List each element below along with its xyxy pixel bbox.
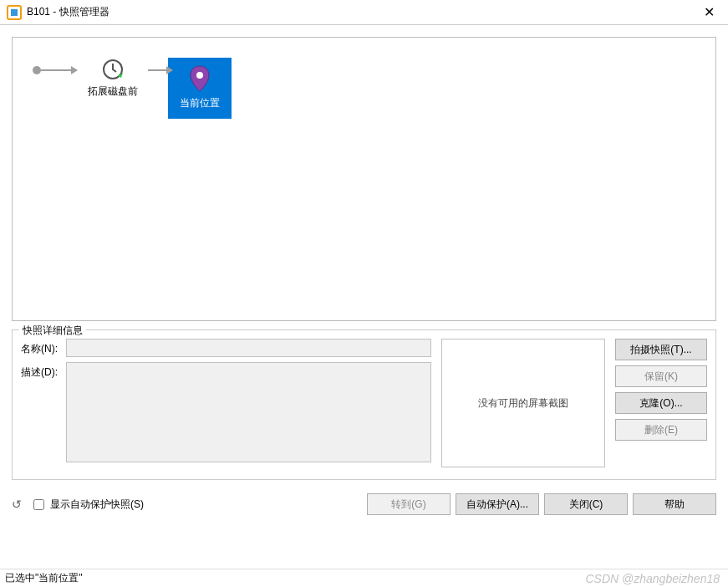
location-pin-icon [189,64,211,93]
content-area: 拓展磁盘前 当前位置 快照详细信息 名称(N): 描述(D): [0,25,728,557]
goto-button: 转到(G) [367,493,451,515]
snapshot-tree[interactable]: 拓展磁盘前 当前位置 [12,37,716,321]
window-title: B101 - 快照管理器 [27,5,696,19]
take-snapshot-button[interactable]: 拍摄快照(T)... [615,339,707,360]
status-text: 已选中"当前位置" [5,571,83,585]
snapshot-node[interactable]: 拓展磁盘前 [81,58,145,99]
close-icon[interactable]: ✕ [696,4,721,20]
keep-button: 保留(K) [615,365,707,387]
auto-protect-checkbox-label: 显示自动保护快照(S) [50,498,144,512]
name-field [66,339,431,357]
delete-button: 删除(E) [615,419,707,441]
desc-field [66,362,431,462]
show-auto-protect-checkbox[interactable]: 显示自动保护快照(S) [30,497,144,513]
help-button[interactable]: 帮助 [633,493,716,515]
clone-button[interactable]: 克隆(O)... [615,392,707,414]
watermark: CSDN @zhangbeizhen18 [585,572,720,585]
preview-text: 没有可用的屏幕截图 [478,396,568,411]
name-label: 名称(N): [21,339,66,356]
svg-point-3 [196,72,203,79]
details-legend: 快照详细信息 [19,324,86,338]
clock-icon [101,58,125,81]
timeline: 拓展磁盘前 当前位置 [33,58,695,119]
vmware-app-icon [7,5,22,20]
history-icon: ↺ [12,498,22,511]
current-label: 当前位置 [180,96,220,110]
bottom-bar: ↺ 显示自动保护快照(S) 转到(G) 自动保护(A)... 关闭(C) 帮助 [12,493,716,515]
current-node[interactable]: 当前位置 [168,58,232,119]
start-node-icon[interactable] [33,66,41,74]
arrow-icon [148,69,168,71]
svg-rect-1 [11,9,18,16]
snapshot-label: 拓展磁盘前 [88,84,138,99]
desc-label: 描述(D): [21,362,66,380]
arrow-icon [41,69,73,71]
details-fieldset: 快照详细信息 名称(N): 描述(D): 没有可用的屏幕截图 拍摄快照(T)..… [12,329,716,480]
auto-protect-checkbox-input[interactable] [33,499,44,510]
statusbar: 已选中"当前位置" CSDN @zhangbeizhen18 [0,569,728,587]
auto-protect-button[interactable]: 自动保护(A)... [456,493,539,515]
titlebar: B101 - 快照管理器 ✕ [0,0,728,25]
screenshot-preview: 没有可用的屏幕截图 [441,339,605,467]
close-button[interactable]: 关闭(C) [544,493,628,515]
